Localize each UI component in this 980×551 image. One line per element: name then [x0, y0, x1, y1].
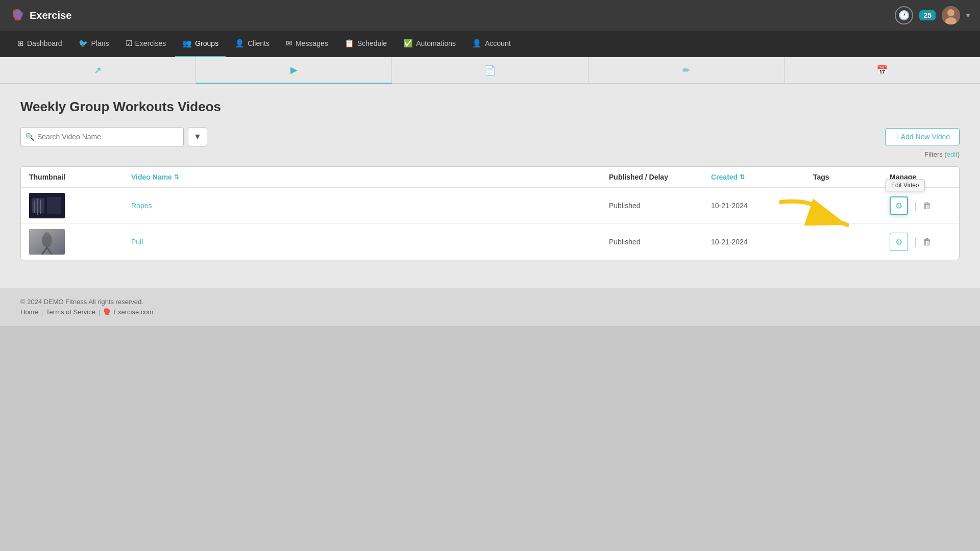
table-header: Thumbnail Video Name ⇅ Published / Delay…: [21, 167, 959, 188]
dashboard-icon: ⊞: [17, 39, 24, 48]
gear-icon-2: ⚙: [895, 237, 902, 247]
gear-icon: ⚙: [895, 201, 902, 211]
calendar-icon: 📅: [876, 65, 888, 76]
delete-video-button-2[interactable]: 🗑: [923, 237, 932, 247]
svg-rect-8: [32, 198, 44, 213]
nav-item-plans[interactable]: 🐦 Plans: [71, 31, 116, 57]
avatar-btn[interactable]: [942, 6, 960, 24]
schedule-icon: 📋: [345, 39, 354, 48]
app-name: Exercise: [30, 10, 71, 21]
video-name-2[interactable]: Pull: [131, 238, 609, 246]
nav-item-exercises[interactable]: ☑ Exercises: [118, 31, 174, 57]
automations-icon: ✅: [403, 39, 413, 48]
nav-bar: ⊞ Dashboard 🐦 Plans ☑ Exercises 👥 Groups…: [0, 31, 980, 57]
document-icon: 📄: [484, 65, 496, 76]
video-icon: ▶: [290, 64, 298, 76]
edit-icon: ✏: [682, 65, 690, 76]
svg-rect-9: [47, 197, 61, 214]
timer-icon-btn[interactable]: 🕐: [895, 6, 913, 24]
search-row: 🔍 ▼ + Add New Video: [20, 127, 960, 146]
nav-item-clients[interactable]: 👤 Clients: [228, 31, 277, 57]
subnav-document[interactable]: 📄: [392, 57, 588, 84]
app-logo[interactable]: Exercise: [10, 8, 71, 23]
separator-1: |: [914, 201, 917, 211]
search-left: 🔍 ▼: [20, 127, 207, 146]
timer-icon: 🕐: [898, 10, 910, 21]
sort-icon-video-name: ⇅: [174, 173, 179, 181]
search-icon: 🔍: [26, 133, 34, 141]
clients-icon: 👤: [235, 39, 244, 48]
thumbnail-cell-1: [29, 193, 131, 218]
copyright-text: © 2024 DEMO Fitness All rights reserved.: [20, 298, 960, 306]
published-status-1: Published: [609, 202, 711, 210]
table-row: Ropes Published 10-21-2024 ⚙ Edit Video …: [21, 188, 959, 224]
export-icon: ↗: [94, 65, 102, 76]
delete-video-button-1[interactable]: 🗑: [923, 201, 932, 211]
messages-icon: ✉: [286, 39, 292, 48]
edit-video-tooltip: Edit Video: [886, 179, 925, 191]
account-icon: 👤: [472, 39, 482, 48]
subnav-video[interactable]: ▶: [196, 57, 392, 84]
filters-label: Filters: [924, 151, 942, 158]
svg-point-16: [44, 232, 50, 237]
table-area: Thumbnail Video Name ⇅ Published / Delay…: [20, 166, 960, 260]
nav-item-messages[interactable]: ✉ Messages: [279, 31, 335, 57]
nav-item-automations[interactable]: ✅ Automations: [396, 31, 463, 57]
top-bar: Exercise 🕐 25 ▾: [0, 0, 980, 31]
th-published: Published / Delay: [609, 173, 711, 181]
account-chevron-icon[interactable]: ▾: [966, 11, 970, 19]
add-video-button[interactable]: + Add New Video: [885, 128, 960, 145]
th-created[interactable]: Created ⇅: [711, 173, 813, 181]
page-title: Weekly Group Workouts Videos: [20, 99, 960, 115]
thumbnail-image-2: [29, 229, 65, 255]
exercise-footer-logo[interactable]: Exercise.com: [103, 308, 153, 316]
svg-marker-19: [104, 308, 110, 315]
subnav-edit[interactable]: ✏: [589, 57, 785, 84]
edit-video-button-1[interactable]: ⚙ Edit Video: [890, 196, 908, 215]
filters-edit-link[interactable]: edit: [947, 151, 958, 158]
created-date-1: 10-21-2024: [711, 202, 813, 210]
sort-icon-created: ⇅: [740, 173, 745, 181]
subnav-export[interactable]: ↗: [0, 57, 196, 84]
filter-button[interactable]: ▼: [188, 127, 207, 146]
main-content: Weekly Group Workouts Videos 🔍 ▼ + Add N…: [0, 84, 980, 288]
subnav-calendar[interactable]: 📅: [785, 57, 980, 84]
search-input[interactable]: [20, 127, 184, 146]
tos-link[interactable]: Terms of Service: [46, 308, 95, 316]
avatar: [942, 6, 960, 24]
th-thumbnail: Thumbnail: [29, 173, 131, 181]
search-input-wrap: 🔍: [20, 127, 184, 146]
published-status-2: Published: [609, 238, 711, 246]
footer: © 2024 DEMO Fitness All rights reserved.…: [0, 288, 980, 326]
svg-point-4: [947, 9, 954, 16]
th-video-name[interactable]: Video Name ⇅: [131, 173, 609, 181]
footer-links: Home | Terms of Service | Exercise.com: [20, 308, 960, 316]
subnav-bar: ↗ ▶ 📄 ✏ 📅: [0, 57, 980, 84]
nav-item-dashboard[interactable]: ⊞ Dashboard: [10, 31, 69, 57]
nav-item-schedule[interactable]: 📋 Schedule: [337, 31, 394, 57]
manage-cell-1: ⚙ Edit Video | 🗑: [890, 196, 951, 215]
table-row: Pull Published 10-21-2024 ⚙ | 🗑: [21, 224, 959, 260]
separator-2: |: [914, 237, 917, 247]
th-tags: Tags: [813, 173, 890, 181]
filter-icon: ▼: [193, 132, 202, 141]
notification-badge[interactable]: 25: [919, 10, 936, 20]
created-date-2: 10-21-2024: [711, 238, 813, 246]
exercises-icon: ☑: [126, 39, 132, 48]
home-link[interactable]: Home: [20, 308, 38, 316]
manage-cell-2: ⚙ | 🗑: [890, 233, 951, 251]
video-table: Thumbnail Video Name ⇅ Published / Delay…: [20, 166, 960, 260]
thumbnail-image-1: [29, 193, 65, 218]
exercise-footer-label: Exercise.com: [113, 308, 153, 316]
nav-item-groups[interactable]: 👥 Groups: [175, 31, 226, 57]
groups-icon: 👥: [182, 39, 192, 48]
plans-icon: 🐦: [79, 39, 88, 48]
edit-video-button-2[interactable]: ⚙: [890, 233, 908, 251]
video-name-1[interactable]: Ropes: [131, 202, 609, 210]
nav-item-account[interactable]: 👤 Account: [465, 31, 518, 57]
filters-row: Filters (edit): [20, 151, 960, 158]
top-bar-right: 🕐 25 ▾: [895, 6, 970, 24]
thumbnail-cell-2: [29, 229, 131, 255]
